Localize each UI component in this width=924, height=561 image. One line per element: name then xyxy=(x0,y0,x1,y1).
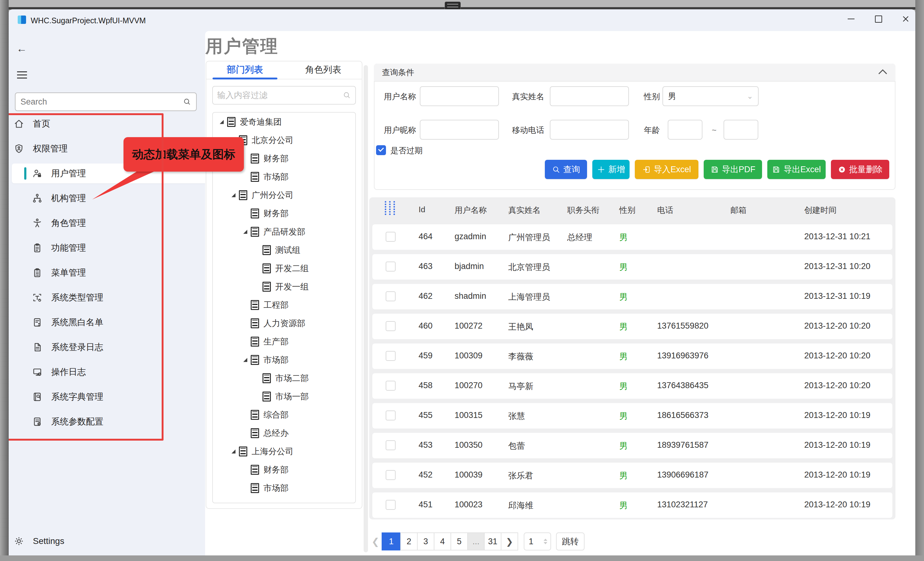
nickname-input[interactable] xyxy=(420,120,499,140)
table-row-458[interactable]: 458100270马亭新男137643864352013-12-20 10:20 xyxy=(372,373,892,399)
page-jump-input[interactable]: 1 xyxy=(524,532,551,550)
chevron-left-icon[interactable]: ❮ xyxy=(369,536,382,547)
back-arrow-icon[interactable]: ← xyxy=(16,43,28,54)
chevron-right-icon[interactable]: ❯ xyxy=(501,532,518,550)
tab-role-list[interactable]: 角色列表 xyxy=(284,61,363,79)
mobile-input[interactable] xyxy=(550,120,629,140)
row-checkbox[interactable] xyxy=(386,232,396,242)
gender-select[interactable]: 男 ⌄ xyxy=(663,86,759,106)
tree-node-测试组[interactable]: 测试组 xyxy=(213,241,355,259)
button-label: 导出Excel xyxy=(783,164,820,175)
tree-node-市场二部[interactable]: 市场二部 xyxy=(213,369,355,387)
tree-node-开发二组[interactable]: 开发二组 xyxy=(213,259,355,278)
document-lines-icon xyxy=(262,282,271,292)
column-header-电话[interactable]: 电话 xyxy=(657,205,673,216)
page-button-3[interactable]: 3 xyxy=(417,532,434,550)
row-checkbox[interactable] xyxy=(386,470,396,480)
action-button-新增[interactable]: 新增 xyxy=(592,160,630,179)
minimize-icon[interactable] xyxy=(844,12,858,26)
column-header-Id[interactable]: Id xyxy=(418,205,425,214)
action-button-批量删除[interactable]: 批量删除 xyxy=(831,160,889,179)
row-checkbox[interactable] xyxy=(386,351,396,361)
tree-expander-icon[interactable] xyxy=(230,449,238,454)
tree-node-开发一组[interactable]: 开发一组 xyxy=(213,278,355,296)
tree-expander-placeholder xyxy=(253,285,261,289)
tree-node-上海分公司[interactable]: 上海分公司 xyxy=(213,442,355,460)
tree-node-工程部[interactable]: 工程部 xyxy=(213,296,355,314)
expire-checkbox[interactable] xyxy=(376,145,386,155)
tree-node-财务部[interactable]: 财务部 xyxy=(213,204,355,222)
tree-expander-placeholder xyxy=(253,394,261,399)
action-button-导出Excel[interactable]: 导出Excel xyxy=(767,160,826,179)
column-header-职务头衔[interactable]: 职务头衔 xyxy=(567,205,600,216)
age-min-input[interactable] xyxy=(668,120,702,140)
page-button-31[interactable]: 31 xyxy=(484,532,501,550)
column-header-邮箱[interactable]: 邮箱 xyxy=(730,205,747,216)
close-icon[interactable] xyxy=(898,12,913,26)
table-row-459[interactable]: 459100309李薇薇男139169639762013-12-20 10:20 xyxy=(372,344,892,369)
column-header-真实姓名[interactable]: 真实姓名 xyxy=(508,205,540,216)
row-checkbox[interactable] xyxy=(386,262,396,272)
page-button-5[interactable]: 5 xyxy=(450,532,468,550)
tree-expander-icon[interactable] xyxy=(242,358,249,362)
spinner-icons[interactable] xyxy=(544,538,548,544)
tree-expander-icon[interactable] xyxy=(218,120,226,124)
tree-expander-icon[interactable] xyxy=(230,193,238,197)
document-lines-icon xyxy=(251,318,259,328)
action-button-导入Excel[interactable]: 导入Excel xyxy=(635,160,698,179)
cell-realname: 上海管理员 xyxy=(508,291,550,303)
row-checkbox[interactable] xyxy=(386,500,396,510)
row-checkbox[interactable] xyxy=(386,321,396,331)
tree-node-市场一部[interactable]: 市场一部 xyxy=(213,387,355,405)
page-button-2[interactable]: 2 xyxy=(400,532,418,550)
tree-node-爱奇迪集团[interactable]: 爱奇迪集团 xyxy=(213,112,355,131)
tree-node-总经办[interactable]: 总经办 xyxy=(213,424,355,442)
tree-node-人力资源部[interactable]: 人力资源部 xyxy=(213,314,355,332)
row-checkbox[interactable] xyxy=(386,411,396,420)
tree-node-财务部[interactable]: 财务部 xyxy=(213,460,355,479)
row-checkbox[interactable] xyxy=(386,440,396,450)
table-row-464[interactable]: 464gzadmin广州管理员总经理男2013-12-31 10:21 xyxy=(372,224,892,250)
tree-node-广州分公司[interactable]: 广州分公司 xyxy=(213,186,355,204)
chevron-up-icon[interactable] xyxy=(878,68,889,77)
document-lines-icon xyxy=(251,410,259,420)
drag-grid-icon[interactable] xyxy=(385,201,395,215)
page-jump-button[interactable]: 跳转 xyxy=(556,532,585,550)
screen: WHC.SugarProject.WpfUI-MVVM ← Search 首页权… xyxy=(0,0,924,561)
tree-filter-input[interactable]: 输入内容过滤 xyxy=(212,86,356,105)
column-header-用户名称[interactable]: 用户名称 xyxy=(454,205,487,216)
page-button-4[interactable]: 4 xyxy=(434,532,451,550)
tab-department-list[interactable]: 部门列表 xyxy=(206,61,284,79)
username-input[interactable] xyxy=(420,86,499,106)
column-header-创建时间[interactable]: 创建时间 xyxy=(804,205,837,216)
tree-node-市场部[interactable]: 市场部 xyxy=(213,351,355,369)
tree-node-label: 开发一组 xyxy=(275,281,309,292)
realname-input[interactable] xyxy=(550,86,629,106)
sidebar-item-settings[interactable]: Settings xyxy=(12,531,200,551)
tree-expander-icon[interactable] xyxy=(242,230,249,234)
tree-node-生产部[interactable]: 生产部 xyxy=(213,332,355,351)
action-button-查询[interactable]: 查询 xyxy=(545,160,587,179)
search-input[interactable]: Search xyxy=(15,93,197,111)
column-header-性别[interactable]: 性别 xyxy=(619,205,636,216)
table-row-455[interactable]: 455100315张慧男186165663732013-12-20 10:19 xyxy=(372,403,892,429)
row-checkbox[interactable] xyxy=(386,381,396,391)
tree-node-产品研发部[interactable]: 产品研发部 xyxy=(213,222,355,241)
table-row-463[interactable]: 463bjadmin北京管理员男2013-12-31 10:20 xyxy=(372,254,892,280)
table-row-462[interactable]: 462shadmin上海管理员男2013-12-31 10:19 xyxy=(372,284,892,309)
table-row-451[interactable]: 451100023邱海维男131023211272013-12-20 10:19 xyxy=(372,492,892,518)
search-icon xyxy=(183,98,191,106)
page-ellipsis[interactable]: ... xyxy=(467,532,484,550)
hamburger-icon[interactable] xyxy=(17,71,27,80)
table-row-460[interactable]: 460100272王艳凤男137615598202013-12-20 10:20 xyxy=(372,314,892,339)
row-checkbox[interactable] xyxy=(386,291,396,301)
maximize-icon[interactable] xyxy=(871,12,885,26)
table-row-453[interactable]: 453100350包蕾男189397615872013-12-20 10:19 xyxy=(372,433,892,458)
age-max-input[interactable] xyxy=(723,120,758,140)
page-button-1[interactable]: 1 xyxy=(382,532,401,550)
action-button-导出PDF[interactable]: 导出PDF xyxy=(704,160,762,179)
tree-node-综合部[interactable]: 综合部 xyxy=(213,405,355,424)
table-row-452[interactable]: 452100039张乐君男139066961872013-12-20 10:19 xyxy=(372,463,892,488)
scrollbar[interactable] xyxy=(364,65,368,552)
tree-node-市场部[interactable]: 市场部 xyxy=(213,479,355,497)
